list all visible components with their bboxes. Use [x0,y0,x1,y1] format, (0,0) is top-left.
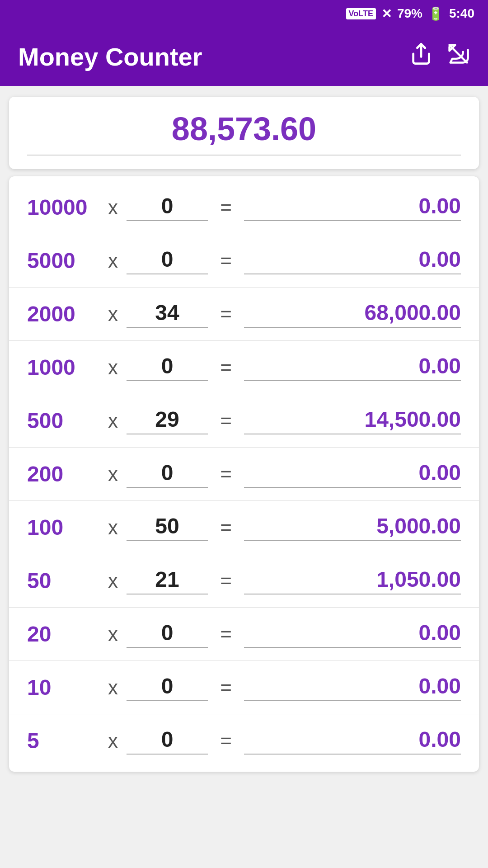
denomination-label: 200 [27,462,99,486]
total-value: 88,573.60 [27,110,461,156]
quantity-input[interactable] [127,300,208,328]
result-value: 0.00 [244,247,461,274]
counter-row: 1000 x = 0.00 [9,341,479,394]
quantity-input[interactable] [127,460,208,488]
battery-icon: 🔋 [428,6,444,21]
equals-sign: = [208,623,244,646]
quantity-input[interactable] [127,193,208,221]
quantity-input[interactable] [127,407,208,434]
total-card: 88,573.60 [9,97,479,169]
app-bar: Money Counter [0,27,488,86]
multiply-sign: x [99,196,127,219]
counter-card: 10000 x = 0.00 5000 x = 0.00 2000 x = 68… [9,176,479,772]
quantity-input[interactable] [127,514,208,541]
result-value: 0.00 [244,354,461,381]
result-value: 14,500.00 [244,407,461,434]
volte-indicator: VoLTE [346,8,376,19]
app-bar-actions [409,42,470,71]
multiply-sign: x [99,410,127,432]
equals-sign: = [208,303,244,326]
equals-sign: = [208,410,244,432]
result-value: 0.00 [244,674,461,701]
signal-icon: ✕ [381,6,392,21]
denomination-label: 1000 [27,355,99,380]
clock: 5:40 [449,6,474,21]
equals-sign: = [208,196,244,219]
denomination-label: 50 [27,568,99,593]
multiply-sign: x [99,250,127,272]
equals-sign: = [208,676,244,699]
counter-row: 5 x = 0.00 [9,714,479,767]
app-title: Money Counter [18,42,202,71]
denomination-label: 100 [27,515,99,540]
status-bar: VoLTE ✕ 79% 🔋 5:40 [0,0,488,27]
denomination-label: 5000 [27,248,99,273]
equals-sign: = [208,730,244,752]
denomination-label: 10 [27,675,99,700]
counter-row: 500 x = 14,500.00 [9,394,479,448]
result-value: 0.00 [244,193,461,221]
equals-sign: = [208,570,244,592]
quantity-input[interactable] [127,620,208,648]
multiply-sign: x [99,730,127,752]
equals-sign: = [208,516,244,539]
battery-level: 79% [397,6,422,21]
multiply-sign: x [99,303,127,326]
quantity-input[interactable] [127,247,208,274]
quantity-input[interactable] [127,567,208,594]
result-value: 68,000.00 [244,300,461,328]
equals-sign: = [208,250,244,272]
clear-button[interactable] [446,42,470,71]
counter-row: 200 x = 0.00 [9,448,479,501]
equals-sign: = [208,356,244,379]
denomination-label: 10000 [27,195,99,220]
quantity-input[interactable] [127,354,208,381]
result-value: 0.00 [244,620,461,648]
result-value: 0.00 [244,460,461,488]
denomination-label: 2000 [27,302,99,326]
counter-row: 100 x = 5,000.00 [9,501,479,554]
share-button[interactable] [409,42,433,71]
denomination-label: 20 [27,622,99,646]
counter-row: 5000 x = 0.00 [9,234,479,288]
denomination-label: 5 [27,728,99,753]
equals-sign: = [208,463,244,486]
multiply-sign: x [99,463,127,486]
result-value: 0.00 [244,727,461,755]
status-icons: VoLTE ✕ 79% 🔋 5:40 [346,6,474,21]
quantity-input[interactable] [127,727,208,755]
denomination-label: 500 [27,408,99,433]
multiply-sign: x [99,676,127,699]
multiply-sign: x [99,623,127,646]
multiply-sign: x [99,516,127,539]
counter-row: 10000 x = 0.00 [9,181,479,234]
quantity-input[interactable] [127,674,208,701]
counter-row: 10 x = 0.00 [9,661,479,714]
counter-row: 50 x = 1,050.00 [9,554,479,608]
multiply-sign: x [99,356,127,379]
counter-row: 20 x = 0.00 [9,608,479,661]
result-value: 5,000.00 [244,514,461,541]
result-value: 1,050.00 [244,567,461,594]
multiply-sign: x [99,570,127,592]
counter-row: 2000 x = 68,000.00 [9,288,479,341]
